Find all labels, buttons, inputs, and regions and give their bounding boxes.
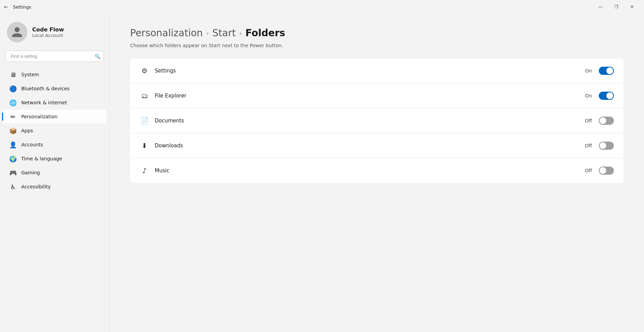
folder-row-file-explorer: 🗂File ExplorerOn: [130, 83, 623, 108]
file-explorer-label: File Explorer: [155, 93, 580, 99]
sidebar-label-system: System: [21, 72, 39, 77]
documents-toggle-wrapper: Off: [585, 117, 614, 125]
folder-row-music: ♪MusicOff: [130, 158, 623, 183]
page-description: Choose which folders appear on Start nex…: [130, 43, 623, 48]
app-title: Settings: [13, 4, 31, 10]
folders-card: ⚙SettingsOn🗂File ExplorerOn📄DocumentsOff…: [130, 58, 623, 183]
sidebar-item-gaming[interactable]: 🎮Gaming: [3, 166, 106, 180]
breadcrumb-personalization[interactable]: Personalization: [130, 27, 203, 39]
main-content: Personalization › Start › Folders Choose…: [110, 14, 644, 332]
network-icon: 🌐: [10, 99, 16, 106]
minimize-button[interactable]: —: [593, 1, 608, 12]
time-icon: 🌍: [10, 155, 16, 162]
bluetooth-icon: 🔵: [10, 85, 16, 92]
user-subtitle: Local Account: [32, 33, 64, 38]
user-profile: Code Flow Local Account: [0, 19, 109, 51]
settings-toggle[interactable]: [599, 67, 614, 75]
user-name: Code Flow: [32, 26, 64, 33]
settings-status: On: [585, 68, 592, 74]
settings-label: Settings: [155, 68, 580, 74]
gaming-icon: 🎮: [10, 169, 16, 176]
accounts-icon: 👤: [10, 141, 16, 148]
apps-icon: 📦: [10, 127, 16, 134]
music-status: Off: [585, 168, 592, 173]
breadcrumb-sep-1: ›: [206, 29, 209, 37]
downloads-label: Downloads: [155, 143, 579, 149]
settings-toggle-wrapper: On: [585, 67, 614, 75]
downloads-toggle[interactable]: [599, 142, 614, 150]
sidebar-item-time[interactable]: 🌍Time & language: [3, 152, 106, 165]
personalization-icon: ✏️: [10, 113, 16, 120]
documents-label: Documents: [155, 118, 579, 124]
sidebar-item-network[interactable]: 🌐Network & internet: [3, 96, 106, 109]
settings-icon: ⚙: [140, 66, 149, 76]
breadcrumb-sep-2: ›: [239, 29, 242, 37]
music-icon: ♪: [140, 166, 149, 175]
sidebar-item-apps[interactable]: 📦Apps: [3, 124, 106, 137]
breadcrumb: Personalization › Start › Folders: [130, 27, 623, 39]
maximize-button[interactable]: ❐: [608, 1, 624, 12]
app-body: Code Flow Local Account 🔍 🖥System🔵Blueto…: [0, 14, 644, 332]
music-label: Music: [155, 168, 579, 174]
search-box: 🔍: [5, 51, 104, 62]
music-toggle-wrapper: Off: [585, 167, 614, 175]
file-explorer-toggle[interactable]: [599, 92, 614, 100]
documents-toggle-knob: [599, 117, 606, 124]
sidebar-label-bluetooth: Bluetooth & devices: [21, 86, 70, 91]
documents-status: Off: [585, 118, 592, 123]
music-toggle-knob: [599, 167, 606, 174]
window-controls: — ❐ ✕: [593, 1, 640, 12]
downloads-toggle-knob: [599, 142, 606, 149]
avatar: [7, 22, 27, 42]
sidebar-item-system[interactable]: 🖥System: [3, 68, 106, 81]
sidebar: Code Flow Local Account 🔍 🖥System🔵Blueto…: [0, 14, 110, 332]
sidebar-label-network: Network & internet: [21, 100, 67, 105]
back-button[interactable]: ←: [4, 4, 8, 10]
accessibility-icon: ♿: [10, 183, 16, 190]
folder-row-documents: 📄DocumentsOff: [130, 108, 623, 133]
documents-toggle[interactable]: [599, 117, 614, 125]
user-icon: [11, 26, 23, 38]
documents-icon: 📄: [140, 116, 149, 125]
nav-items: 🖥System🔵Bluetooth & devices🌐Network & in…: [0, 67, 109, 194]
music-toggle[interactable]: [599, 167, 614, 175]
title-bar-left: ← Settings: [4, 4, 31, 10]
sidebar-label-gaming: Gaming: [21, 170, 40, 175]
breadcrumb-current: Folders: [245, 27, 285, 39]
folder-row-settings: ⚙SettingsOn: [130, 58, 623, 83]
file-explorer-toggle-knob: [606, 92, 613, 99]
user-info: Code Flow Local Account: [32, 26, 64, 38]
folder-row-downloads: ⬇DownloadsOff: [130, 133, 623, 158]
file-explorer-status: On: [585, 93, 592, 98]
file-explorer-toggle-wrapper: On: [585, 92, 614, 100]
title-bar: ← Settings — ❐ ✕: [0, 0, 644, 14]
system-icon: 🖥: [10, 71, 16, 78]
downloads-toggle-wrapper: Off: [585, 142, 614, 150]
close-button[interactable]: ✕: [624, 1, 640, 12]
search-icon: 🔍: [94, 54, 100, 59]
sidebar-item-personalization[interactable]: ✏️Personalization: [3, 110, 106, 123]
downloads-icon: ⬇: [140, 141, 149, 150]
sidebar-item-accounts[interactable]: 👤Accounts: [3, 138, 106, 151]
breadcrumb-start[interactable]: Start: [212, 27, 236, 39]
sidebar-label-accessibility: Accessibility: [21, 184, 51, 189]
sidebar-label-time: Time & language: [21, 156, 62, 161]
sidebar-label-personalization: Personalization: [21, 114, 58, 119]
sidebar-label-accounts: Accounts: [21, 142, 43, 147]
settings-toggle-knob: [606, 67, 613, 74]
search-input[interactable]: [5, 51, 104, 62]
file-explorer-icon: 🗂: [140, 91, 149, 101]
sidebar-item-accessibility[interactable]: ♿Accessibility: [3, 180, 106, 194]
sidebar-label-apps: Apps: [21, 128, 33, 133]
downloads-status: Off: [585, 143, 592, 148]
sidebar-item-bluetooth[interactable]: 🔵Bluetooth & devices: [3, 82, 106, 95]
